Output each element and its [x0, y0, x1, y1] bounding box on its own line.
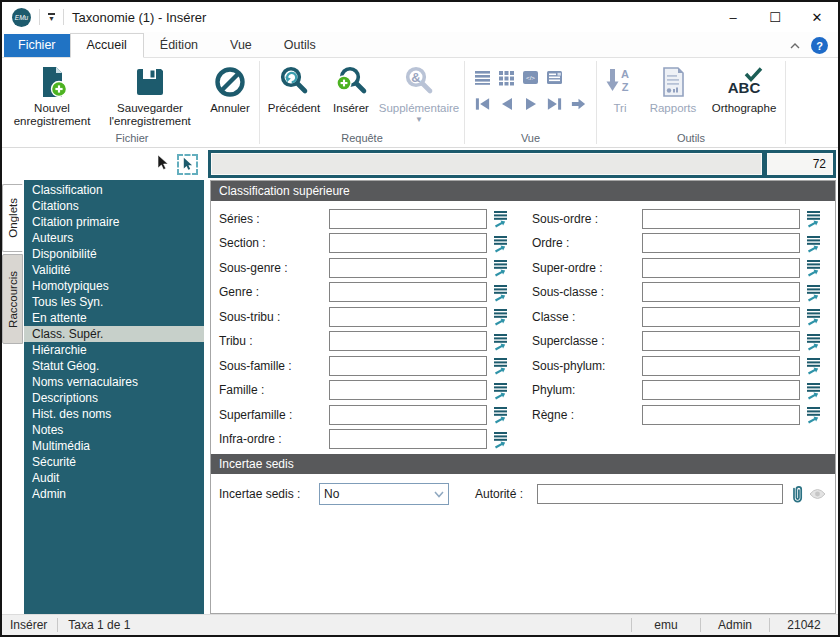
- lookup-list-icon[interactable]: [490, 258, 510, 278]
- tab-vue[interactable]: Vue: [214, 34, 268, 57]
- field-input[interactable]: [329, 380, 487, 400]
- nav-previous-icon[interactable]: [498, 95, 515, 112]
- lookup-list-icon[interactable]: [490, 356, 510, 376]
- tab-fichier[interactable]: Fichier: [4, 34, 70, 57]
- spellcheck-button[interactable]: ABC Orthographe: [704, 61, 784, 116]
- lookup-list-icon[interactable]: [490, 429, 510, 449]
- field-input[interactable]: [329, 429, 487, 449]
- lookup-list-icon[interactable]: [803, 209, 823, 229]
- view-grid-icon[interactable]: [498, 69, 515, 86]
- sidebar-item[interactable]: Hiérarchie: [24, 342, 204, 358]
- help-icon[interactable]: ?: [811, 37, 828, 54]
- lookup-list-icon[interactable]: [490, 209, 510, 229]
- search-previous-button[interactable]: Précédent: [261, 61, 327, 116]
- sidebar-item[interactable]: Sécurité: [24, 454, 204, 470]
- field-input[interactable]: [329, 233, 487, 253]
- side-tab-onglets[interactable]: Onglets: [2, 184, 23, 252]
- field-input[interactable]: [642, 356, 800, 376]
- lookup-list-icon[interactable]: [803, 331, 823, 351]
- search-insert-button[interactable]: Insérer: [327, 61, 375, 116]
- side-tab-raccourcis[interactable]: Raccourcis: [2, 254, 23, 344]
- lookup-list-icon[interactable]: [803, 258, 823, 278]
- close-button[interactable]: ✕: [796, 2, 838, 32]
- save-record-button[interactable]: Sauvegarder l'enregistrement: [98, 61, 202, 129]
- nav-last-icon[interactable]: [546, 95, 563, 112]
- field-input[interactable]: [329, 405, 487, 425]
- sidebar-item[interactable]: Statut Géog.: [24, 358, 204, 374]
- cancel-button[interactable]: Annuler: [202, 61, 258, 116]
- quick-access-dropdown-icon[interactable]: ▼: [48, 13, 55, 21]
- field-input[interactable]: [329, 307, 487, 327]
- sidebar-item[interactable]: Classification: [24, 182, 204, 198]
- sidebar-item[interactable]: Disponibilité: [24, 246, 204, 262]
- sidebar-item[interactable]: Noms vernaculaires: [24, 374, 204, 390]
- nav-goto-icon[interactable]: [570, 95, 587, 112]
- sidebar-item[interactable]: Auteurs: [24, 230, 204, 246]
- field-input[interactable]: [329, 356, 487, 376]
- lookup-list-icon[interactable]: [803, 405, 823, 425]
- minimize-button[interactable]: –: [712, 2, 754, 32]
- view-list-icon[interactable]: [474, 69, 491, 86]
- nav-first-icon[interactable]: [474, 95, 491, 112]
- svg-text:A: A: [621, 68, 629, 80]
- emu-logo-icon[interactable]: EMu: [12, 8, 31, 27]
- lookup-list-icon[interactable]: [803, 282, 823, 302]
- field-input[interactable]: [642, 405, 800, 425]
- lookup-list-icon[interactable]: [803, 307, 823, 327]
- sidebar-item[interactable]: Hist. des noms: [24, 406, 204, 422]
- tab-edition[interactable]: Édition: [144, 34, 214, 57]
- sidebar-item[interactable]: Citations: [24, 198, 204, 214]
- field-input[interactable]: [642, 331, 800, 351]
- lookup-list-icon[interactable]: [803, 233, 823, 253]
- sidebar-item[interactable]: En attente: [24, 310, 204, 326]
- lookup-list-icon[interactable]: [803, 380, 823, 400]
- lookup-list-icon[interactable]: [490, 282, 510, 302]
- sidebar-item[interactable]: Homotypiques: [24, 278, 204, 294]
- lookup-list-icon[interactable]: [490, 233, 510, 253]
- collapse-ribbon-icon[interactable]: [789, 42, 801, 50]
- autorite-input[interactable]: [537, 484, 783, 504]
- sidebar-item[interactable]: Notes: [24, 422, 204, 438]
- sidebar-item[interactable]: Multimédia: [24, 438, 204, 454]
- new-record-button[interactable]: Nouvel enregistrement: [6, 61, 98, 129]
- field-row: Sous-phylum:: [532, 355, 823, 376]
- sidebar-item[interactable]: Class. Supér.: [24, 326, 204, 342]
- select-cursor-icon[interactable]: [155, 154, 170, 174]
- field-input[interactable]: [642, 282, 800, 302]
- field-input[interactable]: [329, 331, 487, 351]
- lookup-list-icon[interactable]: [490, 380, 510, 400]
- field-input[interactable]: [329, 209, 487, 229]
- summary-bar: 72: [208, 150, 836, 178]
- field-input[interactable]: [642, 307, 800, 327]
- sidebar-item[interactable]: Citation primaire: [24, 214, 204, 230]
- field-input[interactable]: [642, 209, 800, 229]
- marquee-select-icon[interactable]: [177, 154, 198, 175]
- sidebar-item[interactable]: Validité: [24, 262, 204, 278]
- sidebar-item[interactable]: Admin: [24, 486, 204, 502]
- attachment-icon[interactable]: [787, 483, 807, 505]
- field-input[interactable]: [329, 282, 487, 302]
- maximize-button[interactable]: ☐: [754, 2, 796, 32]
- field-input[interactable]: [329, 258, 487, 278]
- lookup-list-icon[interactable]: [490, 307, 510, 327]
- view-details-icon[interactable]: [546, 69, 563, 86]
- field-input[interactable]: [642, 258, 800, 278]
- nav-next-icon[interactable]: [522, 95, 539, 112]
- lookup-list-icon[interactable]: [803, 356, 823, 376]
- incertae-select[interactable]: No: [319, 483, 449, 505]
- lookup-list-icon[interactable]: [490, 405, 510, 425]
- lookup-list-icon[interactable]: [490, 331, 510, 351]
- field-input[interactable]: [642, 233, 800, 253]
- sidebar-item[interactable]: Audit: [24, 470, 204, 486]
- tab-accueil[interactable]: Accueil: [70, 33, 144, 58]
- summary-field[interactable]: [211, 153, 762, 175]
- reports-button[interactable]: Rapports: [642, 61, 704, 116]
- sidebar-item[interactable]: Tous les Syn.: [24, 294, 204, 310]
- field-input[interactable]: [642, 380, 800, 400]
- sort-button[interactable]: A Z Tri: [598, 61, 642, 116]
- tab-outils[interactable]: Outils: [268, 34, 332, 57]
- search-more-button[interactable]: & Supplémentaire ▼: [375, 61, 463, 124]
- view-attachment-eye-icon[interactable]: [808, 487, 827, 501]
- view-code-icon[interactable]: </>: [522, 69, 539, 86]
- sidebar-item[interactable]: Descriptions: [24, 390, 204, 406]
